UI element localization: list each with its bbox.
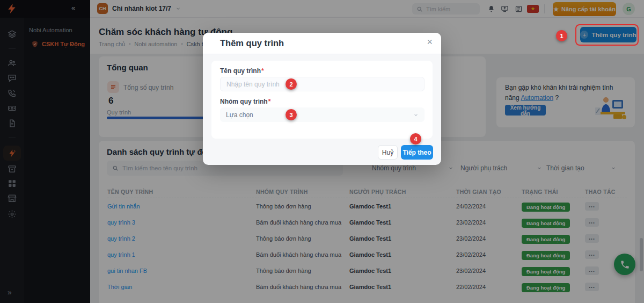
tutorial-step-4: 4	[410, 133, 421, 145]
modal-form-panel: Tên quy trình* Nhóm quy trình* Lựa chọn	[211, 61, 433, 139]
tutorial-step-3: 3	[286, 109, 297, 120]
modal-title: Thêm quy trình	[220, 38, 284, 48]
process-name-input[interactable]	[220, 77, 425, 91]
tutorial-step-1: 1	[556, 30, 567, 41]
name-label-text: Tên quy trình	[220, 67, 261, 75]
required-asterisk: *	[261, 67, 264, 75]
chevron-down-icon	[413, 112, 419, 118]
group-field-label: Nhóm quy trình*	[220, 98, 270, 105]
name-field-label: Tên quy trình*	[220, 67, 264, 75]
add-process-modal: Thêm quy trình × Tên quy trình* Nhóm quy…	[203, 33, 441, 165]
modal-header: Thêm quy trình ×	[203, 33, 441, 54]
process-group-select[interactable]: Lựa chọn	[220, 107, 425, 122]
close-icon[interactable]: ×	[427, 37, 433, 48]
tutorial-highlight-box	[575, 24, 639, 46]
required-asterisk: *	[268, 98, 271, 105]
cancel-button[interactable]: Huỷ	[378, 145, 398, 160]
group-label-text: Nhóm quy trình	[220, 98, 268, 105]
group-select-value: Lựa chọn	[226, 111, 253, 119]
next-button[interactable]: Tiếp theo	[401, 145, 433, 160]
tutorial-step-2: 2	[286, 78, 297, 90]
